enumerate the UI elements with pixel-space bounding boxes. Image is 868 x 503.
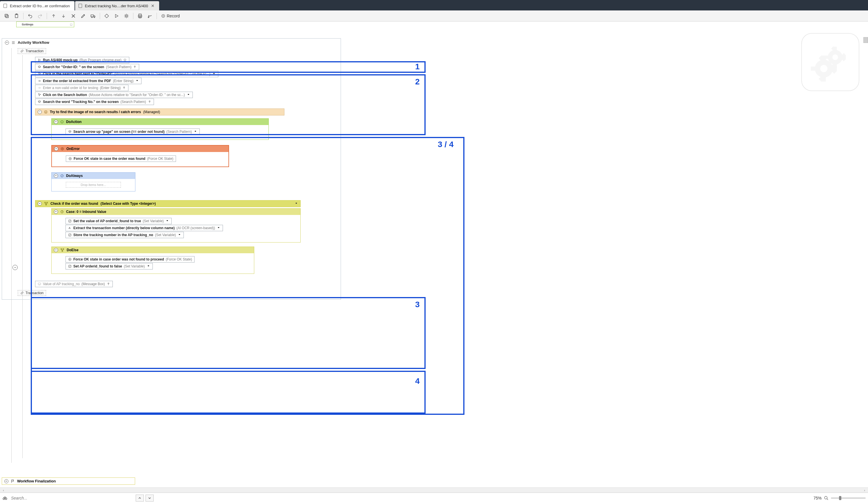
step-run-mockup[interactable]: Run AS/400 mock-up (Run Program chrome.e… — [35, 57, 129, 63]
step-store-tracking[interactable]: Store the tracking number in the AP trac… — [65, 232, 184, 238]
step-messagebox[interactable]: Value of AP tracking_no (Message Box) — [35, 281, 113, 287]
transaction-end[interactable]: Transaction — [18, 290, 46, 296]
pin-icon[interactable] — [122, 86, 126, 90]
tab-extract-tracking-no[interactable]: Extract tracking No....der from AS/400 ✕ — [75, 1, 159, 10]
step-type: (Run Program chrome.exe) — [80, 58, 122, 62]
workflow-title: Activity Workflow — [18, 40, 49, 45]
search-next-button[interactable] — [146, 495, 154, 502]
step-click-search-field[interactable]: Click in the search field next to "Order… — [35, 71, 218, 77]
undo-button[interactable] — [26, 12, 34, 20]
step-click-search-button[interactable]: Click on the Search button (Mouse Action… — [35, 92, 193, 98]
pin-icon[interactable] — [178, 233, 181, 237]
step-force-ok-found[interactable]: Force OK state in case the order was fou… — [66, 155, 176, 162]
scroll-left-icon[interactable]: ‹ — [1, 489, 6, 492]
highlight-4 — [31, 371, 426, 414]
step-search-tracking[interactable]: Search the word "Tracking No." on the sc… — [35, 99, 154, 105]
collapse-icon[interactable]: − — [54, 248, 58, 252]
case-0-header[interactable]: − Case: 0 = Inbound Value — [52, 209, 300, 215]
pin-icon[interactable] — [123, 58, 127, 62]
pin-icon[interactable] — [187, 93, 190, 97]
pin-icon[interactable] — [212, 72, 216, 76]
search-prev-button[interactable] — [136, 495, 144, 502]
magnifier-icon[interactable] — [824, 496, 829, 500]
play-button[interactable] — [112, 12, 121, 20]
truck-button[interactable] — [89, 12, 97, 20]
debug-button[interactable] — [122, 12, 131, 20]
horizontal-scrollbar[interactable]: ‹ › — [0, 487, 868, 493]
collapse-icon[interactable]: − — [54, 210, 58, 214]
paste-button[interactable] — [12, 12, 21, 20]
print-button[interactable] — [136, 12, 144, 20]
doaction-header[interactable]: − DoAction — [52, 119, 268, 125]
edit-button[interactable] — [79, 12, 87, 20]
svg-rect-15 — [834, 64, 837, 68]
managed-block-header[interactable]: − Try to find the image of no search res… — [35, 109, 285, 115]
step-search-orderid[interactable]: Search for "Order-ID: " on the screen (S… — [35, 64, 139, 70]
pin-icon[interactable] — [166, 219, 169, 223]
step-enter-orderid[interactable]: Enter the order id extracted from the PD… — [35, 78, 142, 84]
collapse-icon[interactable]: − — [5, 41, 9, 45]
pin-icon[interactable] — [194, 130, 197, 133]
branch-icon — [60, 248, 64, 252]
workflow-header[interactable]: − Activity Workflow — [2, 39, 341, 47]
group-collapse-icon[interactable]: − — [12, 265, 18, 270]
close-icon[interactable]: ✕ — [151, 3, 155, 8]
breakpoint-button[interactable] — [102, 12, 111, 20]
step-set-true[interactable]: Set the value of AP orderid_found to tru… — [65, 218, 172, 224]
zoom-slider[interactable] — [831, 497, 866, 499]
collapse-icon[interactable]: − — [38, 202, 42, 206]
variable-icon — [68, 233, 72, 237]
search-input[interactable] — [9, 495, 134, 502]
collapse-icon[interactable]: − — [38, 110, 42, 114]
step-label: Force OK state in case the order was fou… — [74, 157, 145, 161]
highlight-1-label: 1 — [415, 62, 420, 71]
step-enter-nonvalid[interactable]: Enter a non-valid order id for testing (… — [35, 85, 128, 91]
onerror-header[interactable]: − OnError — [52, 145, 228, 152]
delete-button[interactable] — [69, 12, 78, 20]
move-down-button[interactable] — [59, 12, 68, 20]
pin-icon[interactable] — [133, 65, 136, 69]
svg-point-37 — [61, 175, 63, 177]
cursor-icon — [38, 93, 41, 97]
pin-icon[interactable] — [294, 202, 298, 205]
copy-button[interactable] — [2, 12, 11, 20]
step-type: (AI OCR (screen-based)) — [176, 226, 215, 230]
flag-icon — [11, 479, 15, 483]
step-search-arrow[interactable]: Search arrow up "page" on screen (== ord… — [65, 129, 200, 135]
workflow-finalization[interactable]: − Workflow Finalization — [2, 477, 135, 485]
doelse-header[interactable]: − DoElse — [52, 247, 254, 253]
step-set-false[interactable]: Set AP orderid_found to false (Set Varia… — [65, 263, 153, 270]
pin-icon[interactable] — [135, 79, 139, 83]
pin-icon[interactable] — [148, 100, 151, 103]
scroll-right-icon[interactable]: › — [862, 489, 867, 492]
select-case-header[interactable]: − Check if the order was found (Select C… — [35, 200, 301, 207]
settings-button[interactable] — [146, 12, 154, 20]
step-type: (Enter String) — [113, 79, 133, 83]
collapse-icon[interactable]: − — [54, 147, 58, 151]
zoom-control: 75% — [814, 496, 866, 500]
drop-zone[interactable]: Drop items here... — [66, 182, 121, 188]
step-extract-transaction[interactable]: Extract the transaction number (directly… — [65, 225, 223, 231]
move-up-button[interactable] — [49, 12, 58, 20]
tab-label: Extract tracking No....der from AS/400 — [85, 4, 148, 8]
pin-icon[interactable] — [147, 264, 150, 268]
redo-button[interactable] — [36, 12, 44, 20]
collapse-icon[interactable]: − — [54, 174, 58, 178]
pin-icon[interactable] — [217, 226, 220, 230]
step-force-ok-notfound[interactable]: Force OK state in case order was not fou… — [65, 256, 195, 262]
workflow-canvas[interactable]: Settings — [0, 21, 868, 487]
svg-point-39 — [47, 202, 48, 203]
zoom-thumb[interactable] — [839, 496, 841, 500]
step-label: Click on the Search button — [43, 93, 87, 97]
settings-node[interactable]: Settings — [16, 21, 74, 27]
drop-hint: Drop items here... — [81, 183, 106, 187]
collapse-icon[interactable]: − — [4, 479, 8, 483]
transaction-start[interactable]: Transaction — [18, 48, 46, 54]
doalways-header[interactable]: − DoAlways — [52, 173, 135, 179]
collapse-icon[interactable]: − — [54, 120, 58, 124]
play-icon — [38, 58, 41, 62]
binoculars-icon[interactable] — [2, 495, 8, 501]
record-button[interactable]: Record — [159, 12, 182, 19]
tab-extract-order-id[interactable]: Extract order ID fro...er confirmation — [0, 1, 74, 10]
pin-icon[interactable] — [107, 282, 110, 286]
